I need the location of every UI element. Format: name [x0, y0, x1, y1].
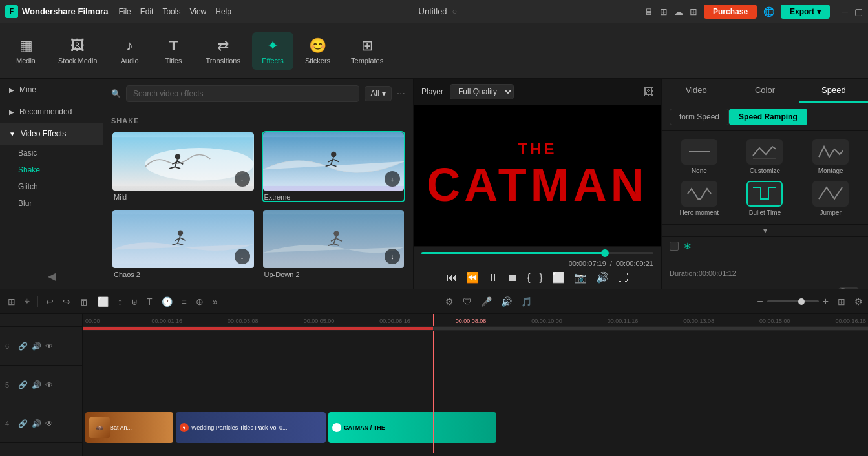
copy-icon[interactable]: ⊞ [660, 6, 668, 17]
search-input[interactable] [126, 85, 359, 102]
preset-customize[interactable]: Customize [736, 139, 795, 174]
toolbar-stickers[interactable]: 😊 Stickers [296, 32, 339, 70]
track-link-icon-4[interactable]: 🔗 [18, 419, 28, 428]
sidebar-sub-shake[interactable]: Shake [0, 161, 103, 178]
progress-bar[interactable] [421, 252, 653, 254]
toolbar-templates[interactable]: ⊞ Templates [342, 32, 392, 70]
grid-icon[interactable]: ⊞ [690, 6, 697, 17]
zoom-out-button[interactable]: − [757, 296, 763, 307]
track-eye-icon-6[interactable]: 👁 [45, 342, 53, 351]
sidebar-sub-blur[interactable]: Blur [0, 195, 103, 212]
play-button[interactable]: ⏸ [488, 272, 498, 284]
chart-checkbox[interactable] [670, 242, 679, 251]
text-button[interactable]: T [144, 295, 155, 309]
mark-in-button[interactable]: { [527, 272, 530, 284]
preset-hero-moment[interactable]: Hero moment [670, 181, 729, 216]
maximize-button[interactable]: ▢ [854, 6, 863, 17]
toolbar-titles[interactable]: T Titles [153, 32, 195, 70]
minimize-button[interactable]: ─ [842, 6, 848, 17]
stop-button[interactable]: ⏹ [507, 272, 518, 284]
zoom-slider[interactable] [767, 300, 819, 302]
effect-mild[interactable]: ↓ Mild [111, 131, 255, 202]
effect-chaos2[interactable]: ↓ Chaos 2 [111, 209, 255, 280]
export-button[interactable]: Export ▾ [781, 5, 830, 19]
split-button[interactable]: ↕ [115, 295, 125, 309]
layout-button[interactable]: ⊞ [838, 296, 845, 307]
maintain-pitch-toggle[interactable] [837, 287, 860, 289]
sidebar-item-mine[interactable]: ▶ Mine [0, 79, 103, 101]
image-icon[interactable]: 🖼 [643, 86, 653, 98]
toolbar-effects[interactable]: ✦ Effects [252, 32, 293, 70]
clip-bat[interactable]: 🦇 Bat An... [85, 412, 173, 443]
magnet-button[interactable]: ⌖ [22, 294, 32, 309]
updown2-download-icon[interactable]: ↓ [385, 249, 400, 264]
delete-button[interactable]: 🗑 [77, 295, 91, 309]
purchase-button[interactable]: Purchase [704, 5, 757, 19]
settings-button[interactable]: ⚙ [854, 296, 863, 307]
preset-montage[interactable]: Montage [801, 139, 860, 174]
track-audio-icon-4[interactable]: 🔊 [32, 419, 41, 428]
menu-edit[interactable]: Edit [140, 7, 154, 16]
add-button[interactable]: ⊕ [193, 295, 206, 309]
extreme-download-icon[interactable]: ↓ [385, 171, 400, 187]
toolbar-transitions[interactable]: ⇄ Transitions [197, 32, 249, 70]
preset-bullet-time[interactable]: Bullet Time [736, 181, 795, 216]
menu-help[interactable]: Help [215, 7, 231, 16]
effect-updown2[interactable]: ↓ Up-Down 2 [262, 209, 406, 280]
toolbar-media[interactable]: ▦ Media [5, 32, 47, 70]
snapshot-button[interactable]: 📷 [574, 271, 587, 284]
zoom-in-button[interactable]: + [823, 296, 829, 307]
speed-ramping-tab[interactable]: Speed Ramping [729, 109, 807, 125]
timer-button[interactable]: 🕐 [159, 295, 175, 309]
track-link-icon-6[interactable]: 🔗 [18, 342, 28, 351]
sidebar-sub-glitch[interactable]: Glitch [0, 178, 103, 195]
redo-button[interactable]: ↪ [60, 295, 73, 309]
cloud-icon[interactable]: ☁ [674, 6, 683, 17]
fullscreen-button[interactable]: ⛶ [618, 272, 628, 284]
toolbar-audio[interactable]: ♪ Audio [109, 32, 151, 70]
track-eye-icon-5[interactable]: 👁 [45, 380, 53, 389]
collapse-panel-button[interactable]: ◀ [0, 264, 103, 289]
track-link-icon-5[interactable]: 🔗 [18, 380, 28, 389]
clip-catman[interactable]: ♥ CATMAN / THE [328, 412, 496, 443]
track-audio-icon-6[interactable]: 🔊 [32, 342, 41, 351]
mark-out-button[interactable]: } [540, 272, 543, 284]
sidebar-item-video-effects[interactable]: ▼ Video Effects [0, 123, 103, 145]
effect-extreme[interactable]: ↓ Extreme [262, 131, 406, 202]
speed-control-icon[interactable]: ⚙ [443, 295, 456, 309]
preset-jumper[interactable]: Jumper [801, 181, 860, 216]
tab-speed[interactable]: Speed [799, 79, 868, 103]
quality-select[interactable]: Full Quality [450, 84, 514, 99]
audio-sep-button[interactable]: ⊎ [129, 295, 140, 309]
more-button[interactable]: » [210, 295, 220, 309]
sidebar-sub-basic[interactable]: Basic [0, 145, 103, 161]
menu-button[interactable]: ≡ [179, 295, 189, 309]
effects-more-button[interactable]: ··· [397, 88, 405, 99]
prev-frame-button[interactable]: ⏪ [466, 271, 479, 284]
monitor-icon[interactable]: 🖥 [644, 6, 653, 17]
audio-button[interactable]: 🔊 [596, 271, 609, 284]
chaos2-download-icon[interactable]: ↓ [235, 249, 250, 264]
menu-file[interactable]: File [118, 7, 131, 16]
track-eye-icon-4[interactable]: 👁 [45, 419, 53, 428]
tab-video[interactable]: Video [662, 79, 730, 103]
undo-button[interactable]: ↩ [43, 295, 56, 309]
scene-button[interactable]: ⊞ [5, 295, 18, 309]
mild-download-icon[interactable]: ↓ [235, 171, 250, 187]
menu-view[interactable]: View [189, 7, 206, 16]
tab-color[interactable]: Color [730, 79, 799, 103]
music-icon[interactable]: 🎵 [518, 295, 535, 309]
preset-none[interactable]: None [670, 139, 729, 174]
rewind-button[interactable]: ⏮ [447, 272, 457, 284]
shield-icon[interactable]: 🛡 [460, 295, 474, 309]
sidebar-item-recommended[interactable]: ▶ Recommended [0, 101, 103, 123]
form-speed-tab[interactable]: form Speed [670, 109, 729, 125]
filter-dropdown[interactable]: All ▾ [365, 86, 391, 101]
crop-button-2[interactable]: ⬜ [95, 295, 111, 309]
globe-icon[interactable]: 🌐 [763, 6, 774, 17]
crop-button[interactable]: ⬜ [552, 271, 565, 284]
track-audio-icon-5[interactable]: 🔊 [32, 380, 41, 389]
clip-wedding[interactable]: ♥ Wedding Particles Titles Pack Vol 0... [176, 412, 326, 443]
toolbar-stock-media[interactable]: 🖼 Stock Media [49, 32, 107, 70]
mic-icon[interactable]: 🎤 [478, 295, 494, 309]
